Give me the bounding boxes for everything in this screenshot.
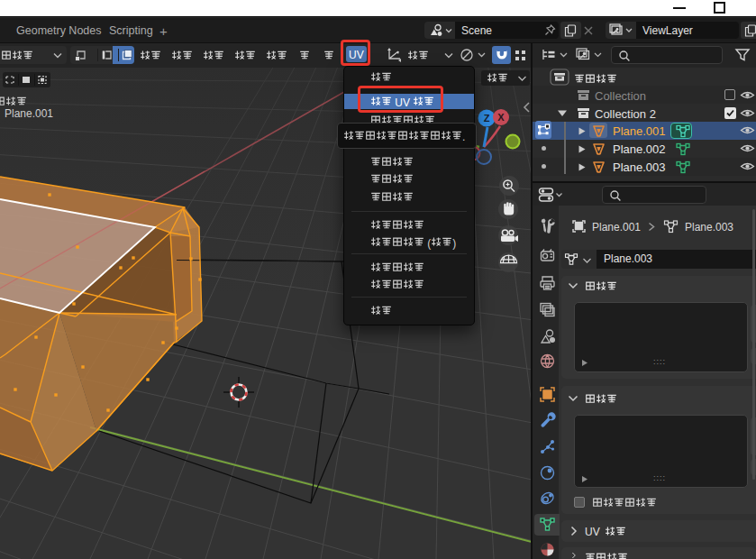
svg-text:Z: Z: [484, 113, 490, 124]
svg-text:X: X: [497, 112, 505, 123]
